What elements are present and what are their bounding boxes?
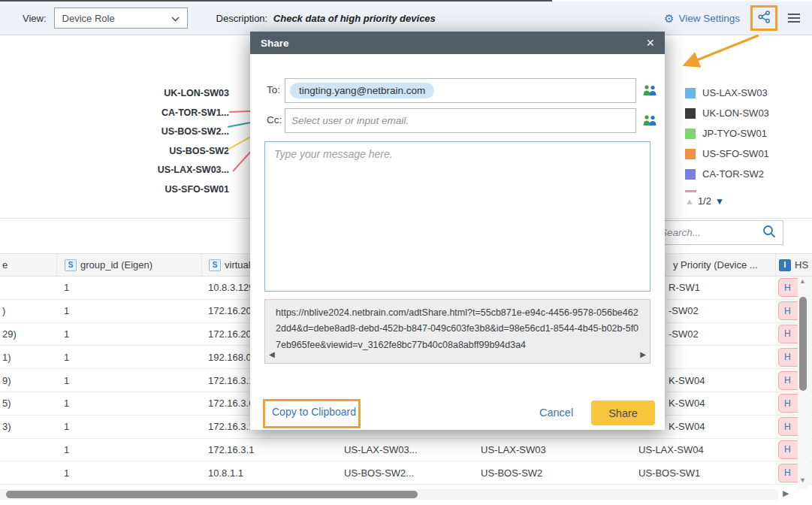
scroll-right-icon[interactable]: ▶ — [640, 350, 646, 358]
legend-item[interactable]: JP-TYO-SW01 — [685, 123, 769, 144]
pie-label: CA-TOR-SW1... — [0, 104, 229, 123]
legend-item[interactable]: CA-TOR-SW2 — [685, 164, 769, 184]
horizontal-scrollbar-thumb[interactable] — [6, 491, 418, 498]
chart-legend: US-LAX-SW03 UK-LON-SW03 JP-TYO-SW01 US-S… — [685, 83, 769, 207]
toolbar-right: ⚙ View Settings — [664, 5, 800, 31]
dialog-title: Share — [261, 38, 289, 49]
scroll-up-icon[interactable]: ▲ — [799, 277, 806, 285]
message-textarea[interactable] — [264, 141, 651, 292]
legend-item[interactable]: US-LAX-SW03 — [685, 83, 769, 103]
description: Description: Check data of high priority… — [216, 13, 436, 24]
view-dropdown[interactable]: Device Role — [54, 8, 188, 29]
column-header-hsrp[interactable]: I HS — [775, 254, 812, 276]
view-settings-button[interactable]: ⚙ View Settings — [664, 13, 740, 24]
legend-swatch — [685, 169, 696, 180]
chevron-down-icon — [171, 13, 180, 24]
hamburger-menu-button[interactable] — [788, 14, 800, 23]
scroll-right-icon[interactable]: ▶ — [783, 488, 789, 498]
table-row[interactable]: 1 10.8.1.1 US-BOS-SW2... US-BOS-SW2 US-B… — [0, 461, 812, 485]
gear-icon: ⚙ — [664, 13, 674, 24]
description-label: Description: — [216, 13, 268, 24]
pie-slice-labels: UK-LON-SW03 CA-TOR-SW1... US-BOS-SW2... … — [0, 84, 229, 199]
cc-field[interactable] — [285, 108, 636, 133]
legend-item[interactable]: US-SFO-SW01 — [685, 144, 769, 164]
scroll-left-icon[interactable]: ◀ — [269, 350, 275, 358]
select-users-icon[interactable] — [642, 114, 657, 126]
pie-label: US-BOS-SW2 — [0, 142, 229, 162]
integer-type-icon: I — [779, 259, 791, 271]
table-row[interactable]: 1 172.16.3.1 US-LAX-SW03... US-LAX-SW03 … — [0, 439, 812, 462]
pie-label: US-LAX-SW03... — [0, 161, 229, 180]
share-submit-button[interactable]: Share — [591, 401, 655, 425]
legend-page-indicator: 1/2 — [698, 195, 711, 207]
legend-label: US-LAX-SW03 — [702, 87, 768, 98]
hamburger-icon — [788, 14, 800, 15]
to-field[interactable]: tingting.yang@netbrain.com — [285, 78, 636, 103]
legend-page-down-icon[interactable]: ▼ — [715, 196, 724, 207]
cancel-button[interactable]: Cancel — [539, 407, 573, 419]
pie-label: UK-LON-SW03 — [0, 84, 229, 104]
share-view-button[interactable] — [750, 5, 777, 31]
recipient-chip[interactable]: tingting.yang@netbrain.com — [290, 83, 434, 98]
leader-line — [228, 136, 252, 150]
description-value: Check data of high priority devices — [273, 13, 436, 24]
string-type-icon: S — [65, 259, 77, 271]
legend-swatch — [685, 108, 696, 119]
toolbar: View: Device Role Description: Check dat… — [0, 2, 812, 35]
share-nodes-icon — [758, 11, 771, 26]
scroll-down-icon[interactable]: ▼ — [799, 476, 806, 484]
select-users-icon[interactable] — [642, 84, 657, 96]
search-icon[interactable] — [762, 224, 780, 242]
legend-swatch — [685, 129, 696, 139]
annotation-arrow — [672, 29, 770, 75]
to-label: To: — [267, 84, 280, 95]
legend-pagination: ▲ 1/2 ▼ — [685, 195, 769, 207]
pie-label: US-SFO-SW01 — [0, 180, 229, 200]
string-type-icon: S — [209, 259, 221, 271]
column-header-group-id[interactable]: S group_id (Eigen) — [56, 254, 201, 276]
legend-item[interactable]: UK-LON-SW03 — [685, 103, 769, 123]
copy-to-clipboard-link[interactable]: Copy to Clipboard — [272, 406, 356, 418]
legend-swatch — [685, 88, 696, 98]
vertical-scrollbar-thumb[interactable] — [799, 297, 807, 391]
share-dialog-titlebar: Share × — [250, 32, 665, 54]
legend-item-partial — [685, 190, 696, 192]
legend-label: JP-TYO-SW01 — [702, 128, 767, 139]
legend-label: CA-TOR-SW2 — [702, 168, 764, 180]
cc-label: Cc: — [267, 114, 282, 125]
app-screen: View: Device Role Description: Check dat… — [0, 0, 812, 505]
column-header[interactable]: e — [0, 254, 56, 276]
view-settings-label: View Settings — [678, 13, 740, 24]
legend-swatch — [685, 149, 696, 159]
share-dialog: Share × To: tingting.yang@netbrain.com C… — [250, 32, 665, 430]
pie-label: US-BOS-SW2... — [0, 122, 229, 142]
legend-page-up-icon[interactable]: ▲ — [685, 196, 694, 207]
cc-input[interactable] — [290, 114, 631, 127]
legend-label: UK-LON-SW03 — [702, 107, 769, 119]
url-scrollbar: ◀ ▶ — [269, 350, 646, 358]
leader-line — [228, 122, 251, 128]
leader-line — [232, 151, 251, 171]
view-label: View: — [23, 13, 47, 24]
close-icon[interactable]: × — [646, 36, 654, 50]
view-dropdown-value: Device Role — [62, 13, 115, 24]
legend-label: US-SFO-SW01 — [702, 148, 769, 159]
